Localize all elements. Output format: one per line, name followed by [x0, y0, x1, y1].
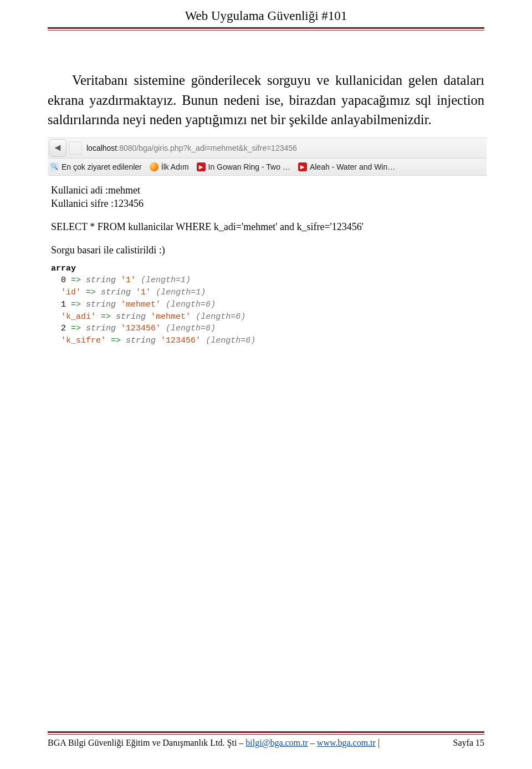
- back-arrow-icon: ◄: [53, 142, 63, 154]
- browser-url-bar: ◄ localhost:8080/bga/giris.php?k_adi=meh…: [48, 138, 487, 159]
- footer-page-number: Sayfa 15: [453, 738, 484, 748]
- var-dump-block: array 0 => string '1' (length=1) 'id' =>…: [51, 263, 483, 347]
- bookmark-item-4[interactable]: ▶ Aleah - Water and Win…: [298, 162, 395, 171]
- bookmark-label: Aleah - Water and Win…: [310, 162, 395, 171]
- paragraph-text: Veritabanı sistemine gönderilecek sorguy…: [48, 70, 484, 130]
- footer-sep: –: [308, 738, 317, 747]
- youtube-icon: ▶: [197, 162, 206, 171]
- output-status: Sorgu basari ile calistirildi :): [51, 243, 483, 257]
- youtube-icon: ▶: [298, 162, 307, 171]
- output-line-username: Kullanici adi :mehmet: [51, 184, 483, 197]
- url-host: localhost: [86, 144, 117, 152]
- back-button[interactable]: ◄: [49, 139, 66, 157]
- footer-email-link[interactable]: bilgi@bga.com.tr: [245, 738, 308, 747]
- firefox-icon: [150, 162, 158, 171]
- output-sql-query: SELECT * FROM kullanicilar WHERE k_adi='…: [51, 220, 483, 233]
- bookmark-item-3[interactable]: ▶ In Gowan Ring - Two …: [197, 162, 290, 171]
- header-rule-thin: [48, 30, 484, 30]
- footer-org: BGA Bilgi Güvenliği Eğitim ve Danışmanlı…: [48, 738, 245, 747]
- bookmarks-toolbar: 🔍 En çok ziyaret edilenler İlk Adım ▶ In…: [48, 159, 487, 176]
- site-identity-icon[interactable]: [69, 141, 82, 155]
- search-icon: 🔍: [50, 162, 59, 171]
- bookmark-most-visited[interactable]: 🔍 En çok ziyaret edilenler: [50, 162, 142, 171]
- footer-pipe: |: [376, 738, 380, 747]
- body-paragraph: Veritabanı sistemine gönderilecek sorguy…: [48, 70, 484, 130]
- footer-rule-thin: [48, 734, 484, 735]
- output-line-password: Kullanici sifre :123456: [51, 197, 483, 210]
- url-text[interactable]: localhost:8080/bga/giris.php?k_adi=mehme…: [86, 144, 297, 152]
- url-path: /bga/giris.php?k_adi=mehmet&k_sifre=1234…: [136, 144, 297, 152]
- bookmark-label: İlk Adım: [161, 162, 189, 171]
- footer-rule-thick: [48, 731, 484, 733]
- rendered-page-content: Kullanici adi :mehmet Kullanici sifre :1…: [48, 176, 487, 350]
- bookmark-first-step[interactable]: İlk Adım: [150, 162, 189, 171]
- browser-screenshot: ◄ localhost:8080/bga/giris.php?k_adi=meh…: [48, 137, 487, 350]
- url-port: :8080: [117, 144, 136, 152]
- bookmark-label: En çok ziyaret edilenler: [62, 162, 142, 171]
- page-footer: BGA Bilgi Güvenliği Eğitim ve Danışmanlı…: [48, 731, 484, 748]
- header-rule-thick: [48, 27, 484, 29]
- page-header-title: Web Uygulama Güvenliği #101: [48, 9, 484, 26]
- bookmark-label: In Gowan Ring - Two …: [208, 162, 290, 171]
- footer-site-link[interactable]: www.bga.com.tr: [317, 738, 376, 747]
